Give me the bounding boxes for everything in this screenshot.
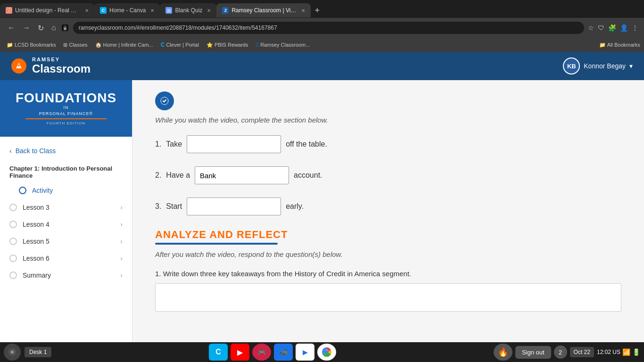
tab-favicon-quiz: ⊞: [165, 7, 172, 14]
foundations-sub-text: INPERSONAL FINANCE®: [16, 105, 116, 116]
tab-untitled-design[interactable]: 🎨 Untitled design - Real Estate Fi... ✕: [0, 3, 94, 17]
desk-label: Desk 1: [25, 347, 51, 357]
sidebar-banner: FOUNDATIONS INPERSONAL FINANCE® FOURTH E…: [0, 80, 132, 137]
reload-button[interactable]: ↻: [36, 23, 46, 33]
taskbar-left: Desk 1: [4, 344, 51, 361]
taskbar-time-area: 12:02 US 📶 🔋: [597, 348, 640, 356]
nav-item-lesson5-left: Lesson 5: [9, 238, 50, 245]
app-header: RAMSEY Classroom KB Konnor Begay ▾: [0, 52, 644, 80]
battery-icon: 🔋: [632, 348, 640, 356]
nav-chevron-lesson6: ›: [120, 255, 123, 262]
back-to-class-link[interactable]: ‹ Back to Class: [0, 142, 132, 159]
foundations-edition-text: FOURTH EDITION: [16, 121, 116, 125]
bookmark-ramsey[interactable]: Z Ramsey Classroom...: [253, 41, 313, 49]
nav-item-lesson4[interactable]: Lesson 4 ›: [0, 216, 132, 233]
taskbar-notification-icon[interactable]: 🔥: [494, 344, 512, 361]
content-area: While you watch the video, complete the …: [132, 80, 644, 342]
bookmark-clever-icon: C: [161, 41, 165, 48]
taskbar-app-canva[interactable]: C: [209, 344, 228, 361]
question-1-before: Take: [166, 140, 182, 148]
bookmark-lcsd-label: LCSD Bookmarks: [15, 42, 56, 48]
fill-blank-input-1[interactable]: [187, 135, 281, 153]
browser-chrome: 🎨 Untitled design - Real Estate Fi... ✕ …: [0, 0, 644, 52]
user-dropdown-icon[interactable]: ▾: [629, 62, 633, 70]
back-button[interactable]: ←: [6, 23, 17, 33]
all-bookmarks-button[interactable]: 📁 All Bookmarks: [599, 42, 640, 48]
all-bookmarks-label: All Bookmarks: [607, 42, 640, 48]
tab-close-canva[interactable]: ✕: [150, 8, 154, 13]
section-header: [155, 91, 621, 110]
taskbar-app-red[interactable]: 🎮: [252, 344, 271, 361]
tab-canva[interactable]: C Home - Canva ✕: [94, 3, 160, 17]
taskbar-app-play[interactable]: ▶: [296, 344, 314, 361]
bookmark-lcsd[interactable]: 📁 LCSD Bookmarks: [4, 41, 58, 49]
extension-icon[interactable]: 🧩: [608, 24, 616, 32]
app-content: RAMSEY Classroom KB Konnor Begay ▾ FOUND…: [0, 52, 644, 342]
bookmark-clever-label: Clever | Portal: [166, 42, 199, 48]
fill-blank-input-3[interactable]: [187, 197, 281, 215]
nav-item-summary[interactable]: Summary ›: [0, 267, 132, 284]
question-1-after: off the table.: [286, 140, 327, 148]
bookmark-classes[interactable]: ⊞ Classes: [60, 41, 90, 49]
question-3-num: 3.: [155, 202, 161, 211]
question-2-num: 2.: [155, 171, 161, 180]
tab-favicon-canva: C: [100, 7, 107, 14]
nav-label-lesson3: Lesson 3: [23, 204, 50, 211]
chapter-title: Chapter 1: Introduction to Personal Fina…: [0, 159, 132, 182]
avatar: KB: [563, 58, 580, 74]
question-1-num: 1.: [155, 140, 161, 148]
taskbar-right: 🔥 Sign out 2 Oct 22 12:02 US 📶 🔋: [494, 344, 640, 361]
tab-close-quiz[interactable]: ✕: [207, 8, 211, 13]
new-tab-button[interactable]: +: [311, 6, 323, 15]
profile-icon[interactable]: 👤: [620, 24, 628, 32]
analyze-question-text: 1. Write down three key takeaways from t…: [155, 270, 621, 278]
bookmark-clever[interactable]: C Clever | Portal: [158, 41, 202, 49]
fill-blank-input-2[interactable]: [195, 166, 289, 184]
nav-item-lesson3[interactable]: Lesson 3 ›: [0, 199, 132, 216]
tab-close-untitled[interactable]: ✕: [85, 8, 89, 13]
tab-title-quiz: Blank Quiz: [175, 7, 202, 14]
nav-label-lesson6: Lesson 6: [23, 255, 50, 262]
taskbar-center: C ▶ 🎮 📹 ▶: [209, 344, 336, 361]
nav-circle-summary: [9, 272, 17, 279]
taskbar-app-meet[interactable]: 📹: [274, 344, 293, 361]
nav-item-lesson6[interactable]: Lesson 6 ›: [0, 250, 132, 267]
address-input[interactable]: [73, 22, 584, 34]
svg-point-1: [18, 65, 20, 66]
bookmark-pbis[interactable]: ⭐ PBIS Rewards: [204, 41, 251, 49]
answer-box-1[interactable]: [155, 283, 621, 312]
taskbar-app-chrome[interactable]: [317, 344, 336, 361]
launcher-button[interactable]: [4, 344, 21, 361]
bookmark-infinite[interactable]: 🏠 Home | Infinite Cam...: [92, 41, 156, 49]
svg-point-4: [11, 351, 14, 354]
back-chevron-icon: ‹: [9, 147, 12, 155]
address-bar: ← → ↻ ⌂ ☆ 🛡 🧩 👤 ⋮: [0, 18, 644, 38]
tab-ramsey[interactable]: Z Ramsey Classroom | Video ✕: [216, 3, 311, 17]
menu-icon[interactable]: ⋮: [632, 24, 638, 32]
home-button[interactable]: ⌂: [50, 23, 58, 33]
sidebar: FOUNDATIONS INPERSONAL FINANCE® FOURTH E…: [0, 80, 132, 342]
nav-item-activity[interactable]: Activity: [0, 182, 132, 199]
bookmarks-folder-icon: 📁: [599, 42, 606, 48]
bookmark-classes-icon: ⊞: [63, 42, 67, 48]
nav-circle-lesson4: [9, 221, 17, 228]
bookmark-star-icon[interactable]: ☆: [588, 24, 594, 32]
question-2-after: account.: [294, 171, 322, 180]
address-icons: ☆ 🛡 🧩 👤 ⋮: [588, 24, 638, 32]
sidebar-nav: ‹ Back to Class Chapter 1: Introduction …: [0, 137, 132, 342]
tab-quiz[interactable]: ⊞ Blank Quiz ✕: [160, 3, 216, 17]
fill-blank-row-1: 1. Take off the table.: [155, 135, 621, 153]
foundations-main-text: FOUNDATIONS: [16, 91, 116, 105]
tab-close-ramsey[interactable]: ✕: [301, 8, 305, 13]
bookmark-classes-label: Classes: [69, 42, 87, 48]
analyze-section: ANALYZE AND REFLECT After you watch the …: [155, 229, 621, 312]
sign-out-button[interactable]: Sign out: [515, 346, 551, 359]
taskbar-app-youtube[interactable]: ▶: [231, 344, 249, 361]
bookmark-infinite-label: Home | Infinite Cam...: [103, 42, 153, 48]
tab-favicon-ramsey: Z: [222, 7, 229, 14]
forward-button[interactable]: →: [21, 23, 32, 33]
fill-blank-row-2: 2. Have a account.: [155, 166, 621, 184]
fill-blank-row-3: 3. Start early.: [155, 197, 621, 215]
nav-item-summary-left: Summary: [9, 272, 51, 279]
nav-item-lesson5[interactable]: Lesson 5 ›: [0, 233, 132, 250]
